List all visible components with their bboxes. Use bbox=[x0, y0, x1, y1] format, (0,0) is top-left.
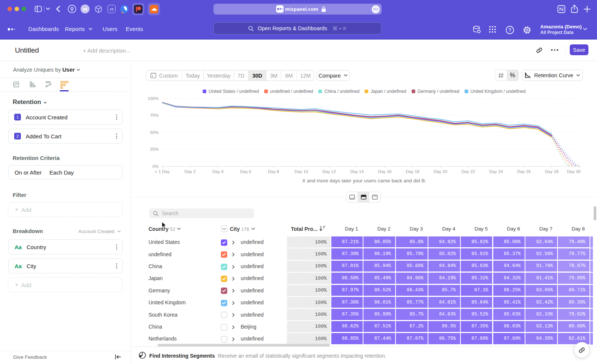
svg-text:Day 2: Day 2 bbox=[184, 169, 196, 174]
svg-text:Day 14: Day 14 bbox=[350, 169, 364, 174]
svg-text:Day 22: Day 22 bbox=[462, 169, 475, 174]
svg-text:Day 20: Day 20 bbox=[434, 169, 447, 174]
svg-text:Day 10: Day 10 bbox=[294, 169, 308, 174]
svg-text:Day 16: Day 16 bbox=[378, 169, 391, 174]
svg-text:Day 26: Day 26 bbox=[517, 169, 531, 174]
svg-text:Day 12: Day 12 bbox=[322, 169, 336, 174]
svg-text:Day 4: Day 4 bbox=[212, 169, 224, 174]
svg-text:100%: 100% bbox=[148, 96, 159, 101]
svg-text:Day 18: Day 18 bbox=[406, 169, 419, 174]
svg-text:Day 28: Day 28 bbox=[545, 169, 558, 174]
svg-text:25%: 25% bbox=[150, 147, 159, 151]
svg-text:?: ? bbox=[509, 28, 512, 33]
svg-text:0%: 0% bbox=[152, 164, 159, 169]
svg-text:Day 6: Day 6 bbox=[240, 169, 251, 174]
svg-text:Day 24: Day 24 bbox=[489, 169, 503, 174]
svg-text:50%: 50% bbox=[150, 130, 159, 135]
svg-text:Day 8: Day 8 bbox=[268, 169, 279, 174]
svg-text:Day 30: Day 30 bbox=[567, 169, 581, 174]
svg-text:< 1 Day: < 1 Day bbox=[155, 169, 170, 174]
svg-text:75%: 75% bbox=[150, 113, 159, 117]
